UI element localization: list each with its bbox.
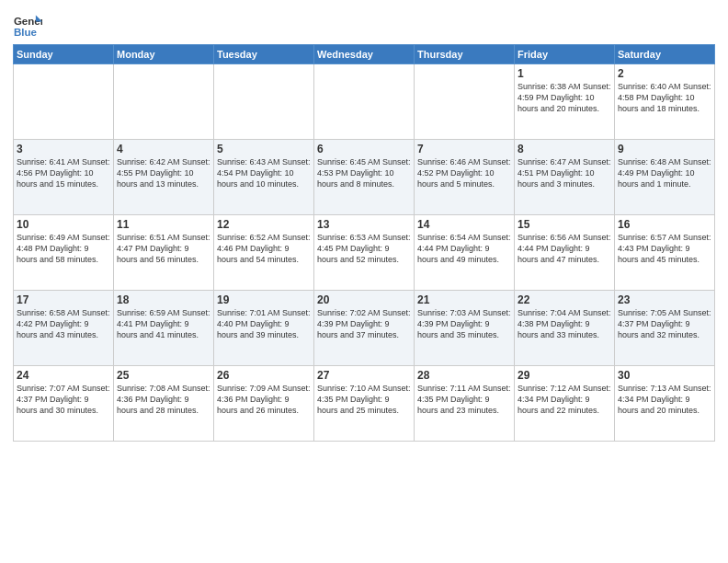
calendar-cell: 9Sunrise: 6:48 AM Sunset: 4:49 PM Daylig…	[615, 140, 715, 215]
calendar-cell: 2Sunrise: 6:40 AM Sunset: 4:58 PM Daylig…	[615, 64, 715, 140]
day-info: Sunrise: 7:02 AM Sunset: 4:39 PM Dayligh…	[317, 307, 411, 340]
calendar-header-cell: Tuesday	[214, 45, 314, 64]
calendar-cell: 19Sunrise: 7:01 AM Sunset: 4:40 PM Dayli…	[214, 291, 314, 366]
calendar-cell	[314, 64, 415, 140]
day-info: Sunrise: 6:43 AM Sunset: 4:54 PM Dayligh…	[217, 156, 311, 190]
calendar-cell: 13Sunrise: 6:53 AM Sunset: 4:45 PM Dayli…	[314, 215, 415, 291]
calendar-cell: 27Sunrise: 7:10 AM Sunset: 4:35 PM Dayli…	[314, 366, 415, 442]
calendar-cell: 23Sunrise: 7:05 AM Sunset: 4:37 PM Dayli…	[615, 291, 715, 366]
day-number: 7	[417, 143, 511, 155]
day-info: Sunrise: 6:57 AM Sunset: 4:43 PM Dayligh…	[618, 232, 711, 265]
day-number: 23	[618, 293, 711, 306]
calendar-cell: 6Sunrise: 6:45 AM Sunset: 4:53 PM Daylig…	[314, 140, 415, 215]
calendar-cell: 25Sunrise: 7:08 AM Sunset: 4:36 PM Dayli…	[114, 366, 214, 442]
calendar-header-cell: Saturday	[615, 45, 715, 64]
day-info: Sunrise: 6:38 AM Sunset: 4:59 PM Dayligh…	[518, 81, 611, 114]
day-number: 27	[317, 369, 411, 382]
day-number: 21	[417, 293, 511, 306]
calendar-week-row: 24Sunrise: 7:07 AM Sunset: 4:37 PM Dayli…	[14, 366, 715, 442]
day-info: Sunrise: 7:11 AM Sunset: 4:35 PM Dayligh…	[417, 383, 511, 416]
header: General Blue	[13, 9, 715, 39]
calendar-cell: 4Sunrise: 6:42 AM Sunset: 4:55 PM Daylig…	[114, 140, 214, 215]
calendar-cell: 17Sunrise: 6:58 AM Sunset: 4:42 PM Dayli…	[14, 291, 114, 366]
calendar-cell: 18Sunrise: 6:59 AM Sunset: 4:41 PM Dayli…	[114, 291, 214, 366]
calendar-cell: 12Sunrise: 6:52 AM Sunset: 4:46 PM Dayli…	[214, 215, 314, 291]
day-info: Sunrise: 7:10 AM Sunset: 4:35 PM Dayligh…	[317, 383, 411, 416]
day-info: Sunrise: 6:40 AM Sunset: 4:58 PM Dayligh…	[618, 81, 711, 114]
calendar-header-row: SundayMondayTuesdayWednesdayThursdayFrid…	[14, 45, 715, 64]
day-number: 11	[117, 218, 210, 231]
day-info: Sunrise: 6:59 AM Sunset: 4:41 PM Dayligh…	[117, 307, 210, 340]
day-info: Sunrise: 7:05 AM Sunset: 4:37 PM Dayligh…	[618, 307, 711, 340]
calendar-cell: 20Sunrise: 7:02 AM Sunset: 4:39 PM Dayli…	[314, 291, 415, 366]
day-number: 2	[618, 67, 711, 80]
calendar-cell: 21Sunrise: 7:03 AM Sunset: 4:39 PM Dayli…	[415, 291, 515, 366]
calendar-cell: 10Sunrise: 6:49 AM Sunset: 4:48 PM Dayli…	[14, 215, 114, 291]
day-info: Sunrise: 7:07 AM Sunset: 4:37 PM Dayligh…	[17, 383, 110, 416]
calendar-cell: 7Sunrise: 6:46 AM Sunset: 4:52 PM Daylig…	[415, 140, 515, 215]
day-info: Sunrise: 6:52 AM Sunset: 4:46 PM Dayligh…	[217, 232, 311, 265]
day-number: 17	[17, 293, 110, 306]
day-number: 25	[117, 369, 210, 382]
calendar-week-row: 1Sunrise: 6:38 AM Sunset: 4:59 PM Daylig…	[14, 64, 715, 140]
day-info: Sunrise: 6:48 AM Sunset: 4:49 PM Dayligh…	[618, 156, 711, 190]
day-number: 30	[618, 369, 711, 382]
day-number: 24	[17, 369, 110, 382]
calendar-cell	[114, 64, 214, 140]
day-info: Sunrise: 6:58 AM Sunset: 4:42 PM Dayligh…	[17, 307, 110, 340]
calendar-header-cell: Thursday	[415, 45, 515, 64]
day-info: Sunrise: 6:51 AM Sunset: 4:47 PM Dayligh…	[117, 232, 210, 265]
calendar-cell	[214, 64, 314, 140]
calendar-week-row: 17Sunrise: 6:58 AM Sunset: 4:42 PM Dayli…	[14, 291, 715, 366]
calendar-header-cell: Monday	[114, 45, 214, 64]
day-number: 10	[17, 218, 110, 231]
day-info: Sunrise: 7:12 AM Sunset: 4:34 PM Dayligh…	[518, 383, 611, 416]
calendar-body: 1Sunrise: 6:38 AM Sunset: 4:59 PM Daylig…	[14, 64, 715, 442]
day-number: 14	[417, 218, 511, 231]
day-info: Sunrise: 6:47 AM Sunset: 4:51 PM Dayligh…	[518, 156, 611, 190]
day-info: Sunrise: 6:49 AM Sunset: 4:48 PM Dayligh…	[17, 232, 110, 265]
calendar-cell: 30Sunrise: 7:13 AM Sunset: 4:34 PM Dayli…	[615, 366, 715, 442]
calendar-cell: 29Sunrise: 7:12 AM Sunset: 4:34 PM Dayli…	[515, 366, 615, 442]
day-number: 6	[317, 143, 411, 155]
day-number: 28	[417, 369, 511, 382]
day-info: Sunrise: 6:45 AM Sunset: 4:53 PM Dayligh…	[317, 156, 411, 190]
calendar-cell: 1Sunrise: 6:38 AM Sunset: 4:59 PM Daylig…	[515, 64, 615, 140]
day-number: 8	[518, 143, 611, 155]
day-info: Sunrise: 7:13 AM Sunset: 4:34 PM Dayligh…	[618, 383, 711, 416]
calendar-cell: 14Sunrise: 6:54 AM Sunset: 4:44 PM Dayli…	[415, 215, 515, 291]
calendar-cell: 11Sunrise: 6:51 AM Sunset: 4:47 PM Dayli…	[114, 215, 214, 291]
day-info: Sunrise: 6:56 AM Sunset: 4:44 PM Dayligh…	[518, 232, 611, 265]
day-number: 29	[518, 369, 611, 382]
calendar-cell: 24Sunrise: 7:07 AM Sunset: 4:37 PM Dayli…	[14, 366, 114, 442]
calendar-cell: 16Sunrise: 6:57 AM Sunset: 4:43 PM Dayli…	[615, 215, 715, 291]
calendar-cell: 15Sunrise: 6:56 AM Sunset: 4:44 PM Dayli…	[515, 215, 615, 291]
day-number: 15	[518, 218, 611, 231]
day-number: 1	[518, 67, 611, 80]
day-info: Sunrise: 6:41 AM Sunset: 4:56 PM Dayligh…	[17, 156, 110, 190]
day-number: 26	[217, 369, 311, 382]
calendar-cell	[14, 64, 114, 140]
page-container: General Blue SundayMondayTuesdayWednesda…	[0, 0, 728, 447]
day-info: Sunrise: 6:54 AM Sunset: 4:44 PM Dayligh…	[417, 232, 511, 265]
calendar-table: SundayMondayTuesdayWednesdayThursdayFrid…	[13, 44, 715, 442]
calendar-week-row: 3Sunrise: 6:41 AM Sunset: 4:56 PM Daylig…	[14, 140, 715, 215]
calendar-cell: 26Sunrise: 7:09 AM Sunset: 4:36 PM Dayli…	[214, 366, 314, 442]
logo: General Blue	[13, 13, 46, 39]
day-number: 18	[117, 293, 210, 306]
calendar-cell: 22Sunrise: 7:04 AM Sunset: 4:38 PM Dayli…	[515, 291, 615, 366]
day-number: 20	[317, 293, 411, 306]
day-info: Sunrise: 7:03 AM Sunset: 4:39 PM Dayligh…	[417, 307, 511, 340]
calendar-cell	[415, 64, 515, 140]
day-number: 12	[217, 218, 311, 231]
day-info: Sunrise: 6:46 AM Sunset: 4:52 PM Dayligh…	[417, 156, 511, 190]
calendar-header-cell: Friday	[515, 45, 615, 64]
day-number: 3	[17, 143, 110, 155]
calendar-header-cell: Wednesday	[314, 45, 415, 64]
calendar-cell: 5Sunrise: 6:43 AM Sunset: 4:54 PM Daylig…	[214, 140, 314, 215]
logo-icon: General Blue	[13, 13, 42, 39]
day-number: 22	[518, 293, 611, 306]
svg-text:Blue: Blue	[14, 27, 38, 38]
calendar-cell: 28Sunrise: 7:11 AM Sunset: 4:35 PM Dayli…	[415, 366, 515, 442]
calendar-cell: 8Sunrise: 6:47 AM Sunset: 4:51 PM Daylig…	[515, 140, 615, 215]
